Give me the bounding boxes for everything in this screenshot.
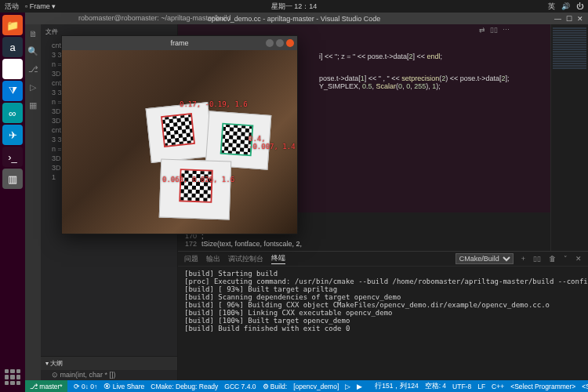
cv-max-icon[interactable] — [276, 39, 284, 47]
terminal-task-select[interactable]: CMake/Build — [456, 253, 514, 264]
status-encoding[interactable]: UTF-8 — [452, 383, 471, 390]
status-gcc[interactable]: GCC 7.4.0 — [224, 383, 256, 390]
terminal-chevron-icon[interactable]: ˅ — [564, 255, 568, 263]
status-git-branch[interactable]: ⎇ master* — [25, 380, 67, 392]
tab-terminal[interactable]: 终端 — [271, 253, 285, 264]
clock[interactable]: 星期一 12：14 — [271, 2, 318, 12]
pose-overlay-2: 0.4, -0.007, 1.4 — [249, 135, 297, 151]
compare-icon[interactable]: ⇄ — [479, 26, 485, 34]
tab-debug-console[interactable]: 调试控制台 — [228, 254, 263, 264]
window-minimize[interactable]: — — [554, 15, 561, 23]
opencv-window-title: frame — [170, 39, 188, 47]
status-eol[interactable]: LF — [477, 383, 485, 390]
status-target[interactable]: [opencv_demo] — [293, 383, 339, 390]
status-build[interactable]: ⚙ Build: — [263, 383, 288, 390]
cv-close-icon[interactable] — [286, 39, 294, 47]
bottom-panel: 问题 输出 调试控制台 终端 CMake/Build + ▯▯ 🗑 ˅ ✕ [b… — [178, 251, 588, 380]
outline-item[interactable]: ⊙ main(int, char * []) — [41, 370, 177, 379]
apriltag-1 — [161, 113, 195, 147]
ime-indicator[interactable]: 英 — [548, 2, 555, 12]
activity-bar: 🗎 🔍 ⎇ ▷ ▦ — [25, 24, 41, 380]
status-cursor-pos[interactable]: 行151，列124 — [375, 382, 418, 391]
launcher-chrome-icon[interactable]: ◉ — [2, 59, 23, 79]
volume-icon[interactable]: 🔊 — [561, 2, 570, 10]
extensions-icon[interactable]: ▦ — [29, 100, 37, 111]
status-cmake[interactable]: CMake: Debug: Ready — [151, 383, 218, 390]
cv-min-icon[interactable] — [266, 39, 274, 47]
tab-output[interactable]: 输出 — [206, 254, 220, 264]
outline-body[interactable]: ⊙ main(int, char * []){·} lock — [41, 370, 177, 380]
terminal-split-icon[interactable]: ▯▯ — [533, 255, 541, 263]
app-menu[interactable]: ▫ Frame ▾ — [25, 2, 56, 10]
status-liveshare[interactable]: ⦿ Live Share — [103, 383, 144, 390]
window-close[interactable]: ✕ — [577, 15, 583, 23]
terminal-titlebar-path: robomaster@robomaster: ~/apriltag-master… — [78, 14, 230, 22]
terminal-plus-icon[interactable]: + — [521, 255, 525, 263]
status-programmer[interactable]: <Select Programmer> — [510, 383, 575, 390]
launcher-apps-grid-icon[interactable] — [2, 367, 23, 387]
unity-launcher: 📁 a ◉ ⧩ ∞ ✈ ›_ ▥ — [0, 13, 25, 392]
status-board[interactable]: <Select Board Type> — [582, 383, 588, 390]
split-editor-icon[interactable]: ▯▯ — [490, 26, 498, 34]
launcher-vscode-icon[interactable]: ⧩ — [2, 81, 23, 101]
status-bar: ⎇ master* ⟳ 0↓ 0↑ ⦿ Live Share CMake: De… — [25, 380, 588, 392]
pose-overlay-3: 0.063, 0.026, 1.6 — [162, 176, 234, 183]
launcher-telegram-icon[interactable]: ✈ — [2, 125, 23, 145]
explorer-icon[interactable]: 🗎 — [29, 29, 38, 38]
status-run-icon[interactable]: ▶ — [357, 383, 362, 390]
pose-overlay-1: 0.17, -0.19, 1.6 — [180, 100, 248, 108]
panel-tabs: 问题 输出 调试控制台 终端 CMake/Build + ▯▯ 🗑 ˅ ✕ — [178, 252, 588, 267]
launcher-amazon-icon[interactable]: a — [2, 37, 23, 57]
status-debug-icon[interactable]: ▷ — [345, 383, 350, 390]
opencv-window-titlebar[interactable]: frame — [62, 36, 297, 50]
opencv-frame-window[interactable]: frame 0.17, -0.19, 1.6 0.4, -0.007, 1.4 … — [61, 35, 298, 234]
search-icon[interactable]: 🔍 — [27, 46, 38, 56]
window-maximize[interactable]: ☐ — [566, 15, 572, 23]
terminal-kill-icon[interactable]: 🗑 — [549, 255, 556, 263]
launcher-settings-icon[interactable]: ▥ — [2, 169, 23, 189]
outline-header[interactable]: ▾ 大纲 — [41, 356, 177, 370]
terminal-output[interactable]: [build] Starting build [proc] Executing … — [178, 267, 588, 380]
system-menu-icon[interactable]: ⏻ — [576, 2, 583, 10]
status-language[interactable]: C++ — [492, 383, 504, 390]
tab-problems[interactable]: 问题 — [184, 254, 198, 264]
opencv-image: 0.17, -0.19, 1.6 0.4, -0.007, 1.4 0.063,… — [62, 50, 297, 234]
gnome-top-bar: 活动 ▫ Frame ▾ 星期一 12：14 英 🔊 ⏻ — [0, 0, 588, 13]
scm-icon[interactable]: ⎇ — [28, 64, 38, 74]
status-indent[interactable]: 空格: 4 — [425, 382, 446, 391]
debug-icon[interactable]: ▷ — [30, 82, 36, 93]
activities-button[interactable]: 活动 — [5, 2, 19, 12]
apriltag-3 — [179, 169, 212, 202]
minimap[interactable] — [550, 24, 588, 251]
panel-close-icon[interactable]: ✕ — [575, 255, 582, 263]
launcher-files-icon[interactable]: 📁 — [2, 15, 23, 35]
status-sync[interactable]: ⟳ 0↓ 0↑ — [74, 383, 98, 390]
launcher-arduino-icon[interactable]: ∞ — [2, 103, 23, 123]
more-actions-icon[interactable]: ⋯ — [503, 26, 510, 34]
launcher-terminal-icon[interactable]: ›_ — [2, 147, 23, 167]
window-title: opencv_demo.cc - apriltag-master - Visua… — [208, 15, 380, 23]
